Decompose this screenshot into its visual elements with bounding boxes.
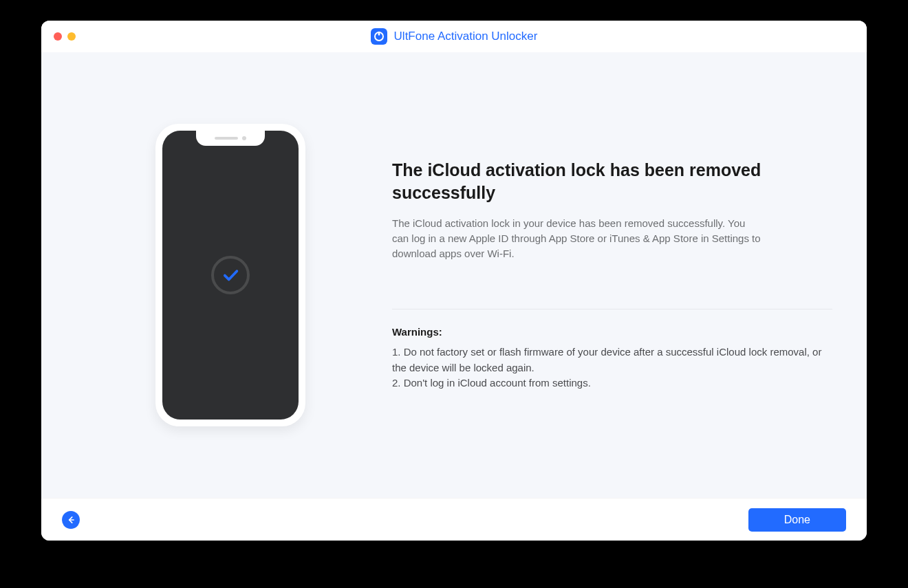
title-center: UltFone Activation Unlocker: [41, 28, 867, 45]
phone-screen: [162, 131, 299, 420]
phone-illustration: [155, 124, 305, 426]
success-check-ring: [211, 256, 250, 294]
info-column: The iCloud activation lock has been remo…: [392, 159, 839, 391]
success-description: The iCloud activation lock in your devic…: [392, 216, 764, 261]
close-window-button[interactable]: [54, 32, 62, 41]
app-window: UltFone Activation Unlocker: [41, 21, 867, 541]
device-illustration-column: [69, 124, 392, 426]
done-button[interactable]: Done: [748, 508, 846, 532]
checkmark-icon: [221, 265, 240, 285]
footer: Done: [41, 498, 867, 541]
warning-item: 2. Don't log in iCloud account from sett…: [392, 375, 832, 391]
warning-item: 1. Do not factory set or flash firmware …: [392, 345, 832, 375]
svg-rect-1: [378, 31, 380, 35]
window-controls: [54, 32, 76, 41]
camera-icon: [242, 136, 246, 140]
divider: [392, 309, 832, 309]
success-heading: The iCloud activation lock has been remo…: [392, 159, 832, 204]
app-logo-icon: [371, 28, 387, 45]
back-button[interactable]: [62, 511, 80, 529]
app-title: UltFone Activation Unlocker: [394, 30, 538, 43]
arrow-left-icon: [66, 515, 76, 525]
speaker-icon: [215, 137, 238, 140]
svg-point-0: [375, 32, 383, 41]
warnings-title: Warnings:: [392, 326, 832, 338]
titlebar: UltFone Activation Unlocker: [41, 21, 867, 52]
phone-notch: [196, 131, 265, 146]
main-content: The iCloud activation lock has been remo…: [41, 52, 867, 498]
minimize-window-button[interactable]: [67, 32, 76, 41]
